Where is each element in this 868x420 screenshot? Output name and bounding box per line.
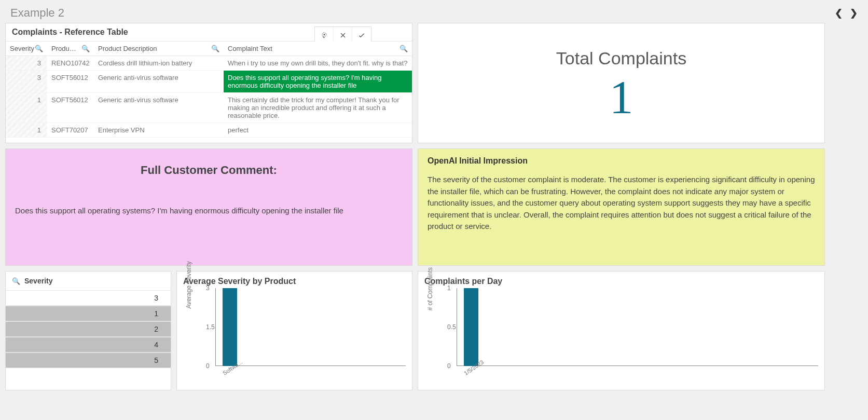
table-row[interactable]: 1SOFT56012Generic anti-virus softwareThi… [6, 93, 412, 123]
cell-complaint[interactable]: This certainly did the trick for my comp… [224, 93, 412, 123]
col-complaint[interactable]: Complaint Text🔍 [224, 42, 412, 56]
kpi-value: 1 [610, 69, 633, 126]
avg-severity-chart[interactable]: Average Severity by Product Average Seve… [176, 271, 412, 390]
complaints-per-day-chart[interactable]: Complaints per Day # of Complaints 00.51… [418, 271, 825, 390]
impression-body: The severity of the customer complaint i… [428, 174, 815, 233]
search-icon[interactable]: 🔍 [211, 45, 219, 52]
comment-body: Does this support all operating systems?… [15, 206, 403, 215]
search-icon[interactable]: 🔍 [35, 45, 43, 52]
y-axis-label: Average Severity [185, 261, 192, 308]
cell-complaint[interactable]: Does this support all operating systems?… [224, 71, 412, 93]
cell-severity[interactable]: 1 [6, 93, 47, 123]
search-icon[interactable]: 🔍 [81, 45, 90, 52]
cell-description[interactable]: Cordless drill lithium-ion battery [94, 56, 224, 71]
chart-title: Average Severity by Product [183, 277, 406, 286]
search-icon[interactable]: 🔍 [399, 45, 408, 52]
chart-title: Complaints per Day [424, 277, 818, 286]
next-sheet-button[interactable]: ❯ [850, 7, 858, 19]
y-tick: 1.5 [206, 323, 215, 331]
bar[interactable] [464, 288, 478, 366]
y-tick: 0 [447, 362, 451, 370]
filter-label: Severity [24, 277, 52, 285]
kpi-title: Total Complaints [556, 48, 686, 69]
col-description[interactable]: Product Description🔍 [94, 42, 224, 56]
severity-filter-pane: 🔍 Severity 31245 [5, 271, 171, 390]
page-title: Example 2 [10, 6, 64, 20]
cell-description[interactable]: Generic anti-virus software [94, 71, 224, 93]
cell-description[interactable]: Enterprise VPN [94, 123, 224, 138]
full-comment-panel: Full Customer Comment: Does this support… [5, 148, 412, 266]
cell-product[interactable]: SOFT56012 [47, 93, 94, 123]
openai-impression-panel: OpenAI Initial Impression The severity o… [418, 148, 825, 266]
table-row[interactable]: 3SOFT56012Generic anti-virus softwareDoe… [6, 71, 412, 93]
col-severity-label: Severity [10, 45, 34, 52]
table-row[interactable]: 1SOFT70207Enterprise VPNperfect [6, 123, 412, 138]
filter-item[interactable]: 3 [6, 290, 171, 306]
cell-complaint[interactable]: perfect [224, 123, 412, 138]
total-complaints-kpi: Total Complaints 1 [418, 23, 825, 143]
search-icon[interactable]: 🔍 [12, 277, 20, 285]
x-axis [215, 365, 406, 366]
comment-title: Full Customer Comment: [15, 164, 403, 177]
y-axis [457, 288, 457, 366]
x-axis [457, 365, 818, 366]
impression-title: OpenAI Initial Impression [428, 156, 815, 166]
cell-product[interactable]: RENO10742 [47, 56, 94, 71]
cell-severity[interactable]: 3 [6, 56, 47, 71]
y-tick: 0 [206, 362, 210, 370]
cell-severity[interactable]: 3 [6, 71, 47, 93]
col-product-label: Produ… [51, 45, 76, 52]
cell-description[interactable]: Generic anti-virus software [94, 93, 224, 123]
filter-item[interactable]: 2 [6, 321, 171, 337]
y-tick: 1 [447, 284, 451, 292]
cell-product[interactable]: SOFT70207 [47, 123, 94, 138]
svg-point-1 [324, 34, 325, 35]
col-complaint-label: Complaint Text [228, 45, 272, 52]
filter-item[interactable]: 1 [6, 306, 171, 321]
filter-item[interactable]: 4 [6, 337, 171, 353]
col-severity[interactable]: Severity🔍 [6, 42, 47, 56]
cell-severity[interactable]: 1 [6, 123, 47, 138]
prev-sheet-button[interactable]: ❮ [835, 7, 843, 19]
bar[interactable] [223, 288, 237, 366]
y-axis [215, 288, 216, 366]
cell-complaint[interactable]: When i try to use my own drill bits, the… [224, 56, 412, 71]
complaints-table[interactable]: Severity🔍 Produ…🔍 Product Description🔍 C… [6, 41, 412, 138]
complaints-table-panel: Complaints - Reference Table Severity🔍 P… [5, 23, 412, 143]
y-axis-label: # of Complaints [426, 267, 434, 310]
table-row[interactable]: 3RENO10742Cordless drill lithium-ion bat… [6, 56, 412, 71]
y-tick: 0.5 [447, 323, 456, 331]
y-tick: 3 [206, 284, 210, 292]
filter-item[interactable]: 5 [6, 353, 171, 368]
cell-product[interactable]: SOFT56012 [47, 71, 94, 93]
col-product[interactable]: Produ…🔍 [47, 42, 94, 56]
col-description-label: Product Description [98, 45, 157, 52]
